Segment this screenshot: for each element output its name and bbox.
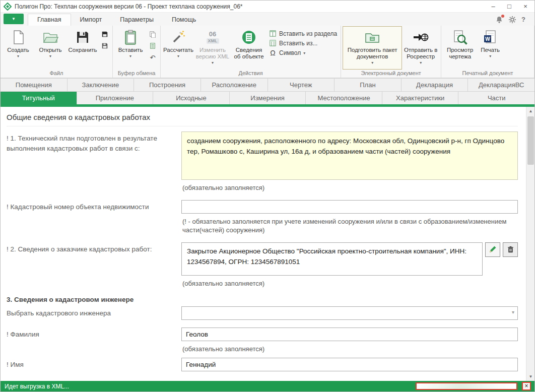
word-document-icon: W — [482, 29, 498, 45]
tab-pomosch[interactable]: Помощь — [163, 14, 205, 26]
group-label-print: Печатный документ — [443, 70, 532, 78]
tab-titulnyj[interactable]: Титульный — [1, 92, 77, 104]
tab-glavnaya[interactable]: Главная — [28, 14, 71, 26]
omega-icon: Ω — [269, 49, 277, 57]
app-logo-icon — [4, 3, 12, 11]
help-icon[interactable]: ? — [521, 16, 529, 24]
trash-icon — [507, 245, 514, 253]
surname-input[interactable] — [181, 328, 518, 341]
tab-ishodnye[interactable]: Исходные — [153, 92, 230, 104]
tab-parametry[interactable]: Параметры — [111, 14, 163, 26]
group-label-file: Файл — [2, 70, 111, 78]
tab-mestopolozhenie[interactable]: Местоположение — [306, 92, 382, 104]
save-button[interactable]: Сохранить — [66, 26, 99, 70]
ribbon-group-print: Просмотр чертежа W Печать ▾ Печатный док… — [441, 26, 534, 78]
actions-text-buttons: Вставить из раздела Вставить из... Ω Сим… — [267, 26, 339, 70]
open-button[interactable]: Открыть ▾ — [34, 26, 66, 70]
save-as-icon[interactable] — [100, 30, 109, 39]
field5-note: (обязательно заполняется) — [182, 345, 518, 354]
xml-06-icon: 06 XML — [205, 29, 221, 45]
save-all-icon[interactable] — [100, 41, 109, 50]
insert-from-section-button[interactable]: Вставить из раздела — [269, 30, 337, 37]
status-text: Идет выгрузка в XML... — [5, 383, 69, 390]
app-menu-button[interactable]: ▼ — [4, 14, 24, 24]
delete-customer-button[interactable] — [503, 242, 518, 257]
window-title: Полигон Про: Техплан сооружения версии 0… — [15, 3, 243, 10]
minimize-button[interactable]: – — [485, 1, 501, 12]
print-button[interactable]: W Печать ▾ — [477, 26, 503, 70]
cadastral-number-input[interactable] — [181, 200, 518, 214]
group-label-clipboard: Буфер обмена — [114, 70, 159, 78]
calculate-button[interactable]: Рассчитать ▾ — [162, 26, 194, 70]
ribbon: Создать ▾ Открыть ▾ Сохранить — [1, 26, 534, 78]
app-window: Полигон Про: Техплан сооружения версии 0… — [0, 0, 535, 392]
dropdown-caret-icon: ▾ — [303, 51, 305, 55]
field5-label: ! Фамилия — [7, 328, 175, 340]
scrollbar-thumb[interactable] — [527, 116, 534, 165]
tab-postroeniya[interactable]: Построения — [134, 79, 201, 91]
dropdown-caret-icon: ▾ — [489, 54, 491, 58]
engineer-combobox[interactable]: ▾ — [181, 306, 518, 320]
object-info-button[interactable]: Сведения об объекте — [231, 26, 267, 70]
field2-note: (! - обязательно заполняется при учете и… — [182, 217, 518, 235]
field3-label: ! 2. Сведения о заказчике кадастровых ра… — [7, 242, 175, 254]
close-button[interactable]: × — [517, 1, 533, 12]
ribbon-group-file: Создать ▾ Открыть ▾ Сохранить — [1, 26, 113, 78]
tab-plan[interactable]: План — [335, 79, 402, 91]
tab-izmereniya[interactable]: Измерения — [230, 92, 306, 104]
document-package-icon — [364, 29, 380, 45]
tab-deklaraciya[interactable]: Декларация — [402, 79, 469, 91]
tab-zaklyuchenie[interactable]: Заключение — [68, 79, 135, 91]
tab-pomescheniya[interactable]: Помещения — [1, 79, 68, 91]
bell-icon[interactable] — [495, 16, 503, 24]
group-label-actions: Действия — [162, 70, 339, 78]
tab-harakteristiki[interactable]: Характеристики — [382, 92, 459, 104]
titlebar-icons: ? — [495, 16, 534, 26]
firstname-input[interactable] — [181, 358, 518, 371]
section3-heading: 3. Сведения о кадастровом инженере — [7, 296, 518, 303]
paste-button[interactable]: Вставить ▾ — [114, 26, 147, 70]
dropdown-caret-icon: ▾ — [177, 54, 179, 58]
dropdown-caret-icon: ▾ — [212, 60, 214, 65]
symbol-button[interactable]: Ω Символ ▾ — [269, 49, 337, 57]
vertical-scrollbar[interactable]: ▲ ▼ — [526, 107, 534, 381]
dropdown-caret-icon: ▾ — [420, 60, 422, 65]
cancel-export-button[interactable]: × — [522, 382, 531, 390]
maximize-button[interactable]: □ — [501, 1, 517, 12]
tab-chertezh[interactable]: Чертеж — [268, 79, 335, 91]
tab-chasti[interactable]: Части — [458, 92, 534, 104]
status-bar: Идет выгрузка в XML... × — [1, 381, 534, 391]
insert-from-icon — [269, 39, 277, 47]
scroll-up-icon[interactable]: ▲ — [526, 107, 534, 115]
tab-deklaraciya-vs[interactable]: ДекларацияВС — [468, 79, 534, 91]
customer-info-box[interactable]: Закрытое Акционерное Общество "Российска… — [181, 242, 483, 276]
copy-icon[interactable] — [148, 30, 157, 39]
field4-label: Выбрать кадастрового инженера — [7, 306, 175, 318]
chevron-down-icon[interactable]: ▾ — [512, 309, 514, 315]
copy-document-icon[interactable] — [148, 41, 157, 50]
object-info-icon — [241, 29, 257, 45]
clipboard-small-buttons: ↶ — [147, 26, 159, 70]
field1-textarea[interactable]: созданием сооружения, расположенного по … — [181, 132, 518, 180]
create-button[interactable]: Создать ▾ — [2, 26, 34, 70]
clipboard-icon — [122, 29, 139, 45]
send-rosreestr-button[interactable]: Отправить в Росреестр ▾ — [402, 26, 439, 70]
scroll-down-icon[interactable]: ▼ — [526, 372, 534, 381]
field6-label: ! Имя — [7, 358, 175, 370]
prepare-package-button[interactable]: Подготовить пакет документов ▾ — [343, 26, 402, 70]
preview-drawing-button[interactable]: Просмотр чертежа — [443, 26, 477, 70]
edit-customer-button[interactable] — [485, 242, 500, 257]
export-progress-bar — [416, 382, 517, 390]
tab-raspolozhenie[interactable]: Расположение — [201, 79, 268, 91]
undo-icon[interactable]: ↶ — [148, 53, 157, 62]
field1-note: (обязательно заполняется) — [182, 183, 518, 192]
gear-icon[interactable] — [508, 16, 516, 24]
tab-import[interactable]: Импорт — [71, 14, 111, 26]
engineer-select-input[interactable] — [181, 306, 518, 320]
dropdown-caret-icon: ▾ — [49, 54, 51, 58]
titlebar: Полигон Про: Техплан сооружения версии 0… — [1, 1, 534, 13]
insert-section-icon — [269, 30, 277, 37]
section-tabs-row-2: Титульный Приложение Исходные Измерения … — [1, 91, 534, 104]
insert-from-button[interactable]: Вставить из... — [269, 39, 337, 47]
tab-prilozhenie[interactable]: Приложение — [77, 92, 154, 104]
